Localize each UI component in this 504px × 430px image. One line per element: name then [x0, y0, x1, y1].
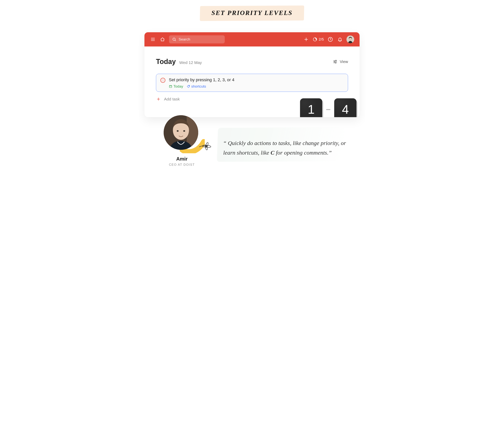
task-date-label: Today [173, 84, 183, 89]
title-row: Today Wed 12 May View [156, 58, 348, 66]
sliders-icon [333, 59, 337, 64]
svg-point-30 [183, 130, 185, 132]
svg-point-16 [334, 61, 335, 62]
search-icon [172, 37, 176, 42]
search-input[interactable]: Search [169, 35, 225, 43]
key-separator [326, 109, 330, 110]
app-card: Search 2/5 Today Wed [144, 32, 360, 117]
svg-point-14 [335, 60, 336, 61]
svg-line-4 [175, 40, 176, 41]
svg-point-18 [335, 63, 336, 63]
svg-point-8 [328, 37, 333, 42]
view-button[interactable]: View [333, 59, 348, 64]
task-checkbox[interactable] [160, 78, 165, 83]
person-block: Amir CEO at Doist [158, 131, 206, 167]
avatar-image [346, 36, 354, 43]
help-icon[interactable] [327, 36, 333, 43]
quote-text: “ Quickly do actions to tasks, like chan… [223, 131, 346, 157]
progress-text: 2/5 [319, 37, 324, 42]
calendar-icon [169, 85, 172, 88]
quote-bold: C [271, 149, 274, 156]
svg-point-35 [206, 146, 207, 147]
menu-icon[interactable] [150, 36, 156, 43]
topbar: Search 2/5 [144, 32, 360, 46]
svg-point-12 [349, 38, 351, 40]
bell-icon[interactable] [337, 36, 343, 43]
flower-doodle [198, 138, 212, 152]
person-portrait [164, 115, 198, 150]
svg-point-3 [173, 38, 175, 41]
svg-rect-19 [169, 85, 172, 88]
task-tag-label: shortcuts [191, 84, 206, 89]
person-role: CEO at Doist [158, 163, 206, 167]
quote-after: for opening comments.” [274, 149, 332, 156]
task-row[interactable]: Set priority by pressing 1, 2, 3, or 4 T… [156, 74, 348, 92]
svg-point-29 [177, 130, 179, 132]
plus-icon [156, 97, 161, 101]
banner: Set Priority Levels [139, 6, 365, 21]
add-icon[interactable] [303, 36, 309, 43]
home-icon[interactable] [159, 36, 166, 43]
banner-title: Set Priority Levels [211, 9, 293, 16]
quote-section: Amir CEO at Doist “ Quickly do actions t… [139, 131, 365, 167]
key-to: 4 [334, 98, 357, 117]
task-date-chip[interactable]: Today [169, 84, 183, 89]
key-range: 1 4 [300, 98, 357, 117]
key-from: 1 [300, 98, 322, 117]
progress-counter[interactable]: 2/5 [313, 37, 324, 42]
search-placeholder: Search [179, 37, 190, 42]
page-date: Wed 12 May [179, 60, 202, 65]
svg-point-23 [189, 86, 189, 86]
tag-icon [187, 85, 190, 88]
avatar[interactable] [346, 36, 354, 43]
add-task-label: Add task [164, 97, 180, 101]
page-title: Today [156, 58, 176, 66]
task-title: Set priority by pressing 1, 2, 3, or 4 [169, 77, 344, 82]
person-name: Amir [158, 156, 206, 162]
progress-icon [313, 37, 317, 42]
svg-point-9 [330, 40, 331, 41]
task-tag-chip[interactable]: shortcuts [187, 84, 206, 89]
view-label: View [340, 60, 348, 64]
